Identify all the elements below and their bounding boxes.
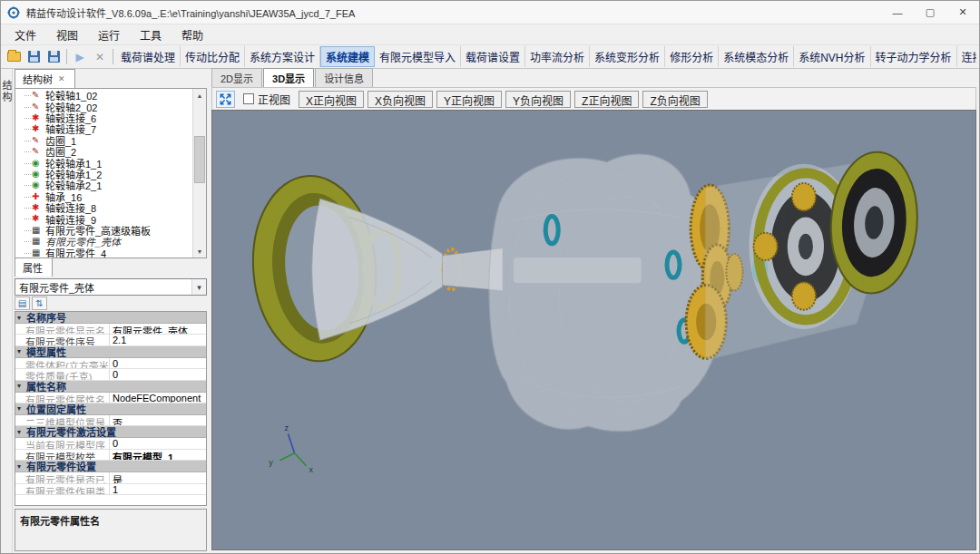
front-view-toggle[interactable]: 正视图 bbox=[243, 92, 290, 107]
scrollbar-thumb[interactable] bbox=[194, 136, 205, 183]
property-row[interactable]: 零件体积(立方毫米)0 bbox=[15, 358, 206, 369]
toolbar-save-icon[interactable] bbox=[24, 47, 44, 66]
toolbar-tab-fe-model-import[interactable]: 有限元模型导入 bbox=[375, 46, 461, 67]
main-area: 结构 结构树 ✕ ✎轮毂轴1_02✎轮毂轴2_02✱轴毂连接_6✱轴毂连接_7✎… bbox=[1, 69, 979, 553]
property-value: 1 bbox=[110, 484, 206, 494]
fit-view-button[interactable] bbox=[216, 91, 235, 108]
property-value: 是 bbox=[110, 472, 206, 482]
tab-2d-display[interactable]: 2D显示 bbox=[211, 68, 262, 87]
internal-shaft bbox=[514, 258, 642, 283]
property-description-title: 有限元零件属性名 bbox=[20, 516, 100, 527]
tab-3d-display[interactable]: 3D显示 bbox=[263, 68, 314, 87]
front-view-checkbox[interactable] bbox=[243, 93, 254, 104]
scrollbar-track[interactable] bbox=[193, 102, 206, 245]
toolbar-tab-ratio-allocation[interactable]: 传动比分配 bbox=[181, 46, 245, 67]
menu-item-tools[interactable]: 工具 bbox=[130, 25, 172, 44]
property-group-label: 有限元零件激活设置 bbox=[26, 424, 116, 439]
3d-viewport[interactable]: z x y bbox=[211, 110, 976, 550]
property-group-label: 名称序号 bbox=[26, 311, 66, 325]
panel-close-icon[interactable]: ✕ bbox=[58, 74, 65, 83]
mesh-icon: ▦ bbox=[32, 248, 44, 258]
tree-items: ✎轮毂轴1_02✎轮毂轴2_02✱轴毂连接_6✱轴毂连接_7✎齿圈_1✎齿圈_2… bbox=[15, 89, 192, 258]
property-value: 有限元零件_壳体 bbox=[110, 324, 206, 334]
tab-design-info[interactable]: 设计信息 bbox=[315, 68, 373, 87]
x-positive-view-button[interactable]: X正向视图 bbox=[299, 91, 364, 108]
menu-item-file[interactable]: 文件 bbox=[5, 25, 46, 44]
y-positive-view-button[interactable]: Y正向视图 bbox=[436, 91, 502, 108]
pencil-icon: ✎ bbox=[32, 147, 44, 156]
collapse-icon: ▾ bbox=[17, 314, 26, 322]
property-value: 有限元模型_1 bbox=[110, 450, 206, 460]
z-positive-view-button[interactable]: Z正向视图 bbox=[574, 91, 639, 108]
property-group-label: 有限元零件设置 bbox=[26, 459, 96, 473]
axis-y-label: y bbox=[269, 458, 273, 467]
y-negative-view-button[interactable]: Y负向视图 bbox=[505, 91, 571, 108]
categorized-icon[interactable]: ▤ bbox=[15, 296, 30, 310]
toolbar-stop-icon[interactable]: ✕ bbox=[90, 47, 110, 66]
property-row[interactable]: 有限元零件是否已是 bbox=[15, 472, 206, 483]
toolbar-tab-load-spectrum-settings[interactable]: 载荷谱设置 bbox=[461, 46, 525, 67]
toolbar-tab-rotor-dynamics-analysis[interactable]: 转子动力学分析 bbox=[871, 46, 957, 67]
sort-alphabetical-icon[interactable]: ⇅ bbox=[32, 296, 47, 310]
tree-scrollbar[interactable]: ▲ ▼ bbox=[192, 89, 206, 258]
property-group-header[interactable]: ▾有限元零件设置 bbox=[15, 461, 206, 472]
maximize-button[interactable]: ▢ bbox=[914, 1, 946, 24]
toolbar-tab-connector-design[interactable]: 连接件设计 bbox=[957, 46, 976, 67]
close-button[interactable]: ✕ bbox=[946, 1, 979, 24]
property-group-header[interactable]: ▾名称序号 bbox=[15, 312, 206, 324]
property-row[interactable]: 有限元零件作用类1 bbox=[15, 484, 206, 495]
toolbar-tab-modification-analysis[interactable]: 修形分析 bbox=[665, 46, 719, 67]
titlebar: 精益传动设计软件_V8.6.09a_.E:\e\Training\yanshi\… bbox=[1, 1, 979, 24]
toolbar-save-all-icon[interactable] bbox=[44, 47, 64, 66]
toolbar-tab-power-flow-analysis[interactable]: 功率流分析 bbox=[525, 46, 590, 67]
minimize-button[interactable]: — bbox=[881, 1, 914, 24]
component-selector-value: 有限元零件_壳体 bbox=[15, 280, 191, 295]
scroll-down-icon[interactable]: ▼ bbox=[193, 245, 206, 258]
toolbar-tab-system-modeling[interactable]: 系统建模 bbox=[320, 46, 375, 67]
toolbar-open-folder-icon[interactable] bbox=[4, 47, 24, 66]
main-housing bbox=[489, 154, 721, 432]
tab-properties[interactable]: 属性 bbox=[15, 258, 53, 277]
toolbar-tab-system-nvh-analysis[interactable]: 系统NVH分析 bbox=[794, 46, 870, 67]
x-negative-view-button[interactable]: X负向视图 bbox=[368, 91, 433, 108]
bearing-icon: ◉ bbox=[32, 180, 44, 190]
properties-tab-label: 属性 bbox=[23, 260, 43, 275]
structure-tree-tabrow: 结构树 ✕ bbox=[15, 70, 207, 88]
toolbar-tab-system-modal-analysis[interactable]: 系统模态分析 bbox=[719, 46, 794, 67]
collapse-icon: ▾ bbox=[17, 382, 26, 390]
toolbar-tabs: 载荷谱处理传动比分配系统方案设计系统建模有限元模型导入载荷谱设置功率流分析系统变… bbox=[116, 46, 976, 67]
property-label: 当前有限元模型序 bbox=[15, 438, 110, 448]
toolbar-run-icon[interactable]: ▶ bbox=[70, 47, 90, 66]
component-selector[interactable]: 有限元零件_壳体 ▾ bbox=[15, 278, 207, 296]
run-glyph: ▶ bbox=[75, 52, 83, 63]
left-panel: 结构树 ✕ ✎轮毂轴1_02✎轮毂轴2_02✱轴毂连接_6✱轴毂连接_7✎齿圈_… bbox=[13, 69, 210, 553]
stop-glyph: ✕ bbox=[95, 52, 104, 63]
property-label: 零件体积(立方毫米) bbox=[15, 358, 110, 368]
tree-item[interactable]: ▦有限元零件_4 bbox=[19, 247, 192, 258]
tab-structure-tree[interactable]: 结构树 ✕ bbox=[15, 69, 75, 88]
docked-panel-label: 结构 bbox=[0, 80, 14, 553]
menu-item-view[interactable]: 视图 bbox=[46, 25, 88, 44]
toolbar-tab-load-spectrum-processing[interactable]: 载荷谱处理 bbox=[116, 46, 181, 67]
property-value: 2.1 bbox=[110, 335, 206, 345]
menu-item-help[interactable]: 帮助 bbox=[172, 25, 213, 44]
docked-panel-strip[interactable]: 结构 bbox=[1, 69, 13, 553]
menu-item-run[interactable]: 运行 bbox=[88, 25, 130, 44]
scroll-up-icon[interactable]: ▲ bbox=[193, 89, 206, 102]
asterisk-icon: ✱ bbox=[32, 113, 44, 122]
property-grid-toolbar: ▤⇅ bbox=[15, 296, 207, 311]
toolbar-tab-system-deformation-analysis[interactable]: 系统变形分析 bbox=[590, 46, 665, 67]
property-row[interactable]: 当前有限元模型序0 bbox=[15, 438, 206, 449]
toolbar-separator bbox=[113, 49, 113, 64]
property-group-header[interactable]: ▾位置固定属性 bbox=[15, 403, 206, 415]
z-negative-view-button[interactable]: Z负向视图 bbox=[642, 91, 707, 108]
property-group-header[interactable]: ▾属性名称 bbox=[15, 381, 206, 393]
structure-tree-tab-label: 结构树 bbox=[23, 72, 53, 86]
bearing-icon: ◉ bbox=[32, 170, 44, 179]
toolbar-tab-system-scheme-design[interactable]: 系统方案设计 bbox=[245, 46, 320, 67]
property-value: 0 bbox=[110, 369, 206, 379]
chevron-down-icon[interactable]: ▾ bbox=[191, 279, 206, 295]
property-group-header[interactable]: ▾模型属性 bbox=[15, 346, 206, 358]
property-row[interactable]: 有限元零件显示名有限元零件_壳体 bbox=[15, 324, 206, 335]
property-group-header[interactable]: ▾有限元零件激活设置 bbox=[15, 426, 206, 438]
